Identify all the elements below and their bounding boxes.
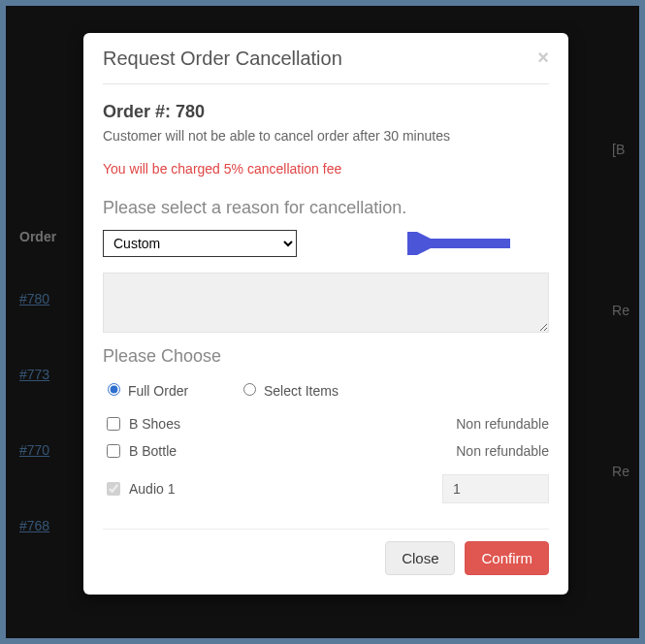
choose-label: Please Choose (103, 346, 549, 367)
select-items-radio[interactable] (243, 383, 256, 396)
reason-textarea[interactable] (103, 273, 549, 333)
item-status: Non refundable (456, 443, 549, 459)
item-checkbox[interactable] (107, 417, 120, 431)
order-item-row: Audio 1 1 (103, 470, 549, 507)
full-order-radio-label[interactable]: Full Order (103, 383, 192, 399)
close-button[interactable]: Close (385, 541, 455, 575)
reason-label: Please select a reason for cancellation. (103, 198, 549, 218)
footer-divider (103, 529, 549, 530)
full-order-radio[interactable] (108, 383, 120, 396)
order-item-row: B Shoes Non refundable (103, 410, 549, 437)
modal-title: Request Order Cancellation (103, 48, 342, 70)
scope-radio-group: Full Order Select Items (103, 380, 549, 399)
reason-select[interactable]: Custom (103, 230, 297, 257)
full-order-radio-text: Full Order (128, 383, 188, 399)
item-checkbox[interactable] (107, 444, 120, 458)
select-items-radio-label[interactable]: Select Items (239, 383, 339, 399)
order-item-row: B Bottle Non refundable (103, 437, 549, 465)
cancel-window-note: Customer will not be able to cancel orde… (103, 128, 549, 144)
app-backdrop: Order #780 #773 #770 #768 [B Re Re Reque… (6, 6, 639, 638)
item-label: B Bottle (129, 443, 177, 459)
item-label: Audio 1 (129, 481, 175, 497)
modal-footer: Close Confirm (103, 541, 549, 575)
cancellation-fee-warning: You will be charged 5% cancellation fee (103, 161, 549, 177)
pointer-arrow-icon (407, 232, 514, 255)
item-status: Non refundable (456, 416, 549, 432)
order-number-heading: Order #: 780 (103, 102, 549, 122)
item-label: B Shoes (129, 416, 180, 432)
item-checkbox (107, 482, 120, 496)
close-icon[interactable]: × (537, 48, 549, 67)
confirm-button[interactable]: Confirm (465, 541, 549, 575)
select-items-radio-text: Select Items (264, 383, 339, 399)
item-qty-box[interactable]: 1 (442, 474, 549, 503)
cancel-order-modal: Request Order Cancellation × Order #: 78… (83, 33, 568, 595)
